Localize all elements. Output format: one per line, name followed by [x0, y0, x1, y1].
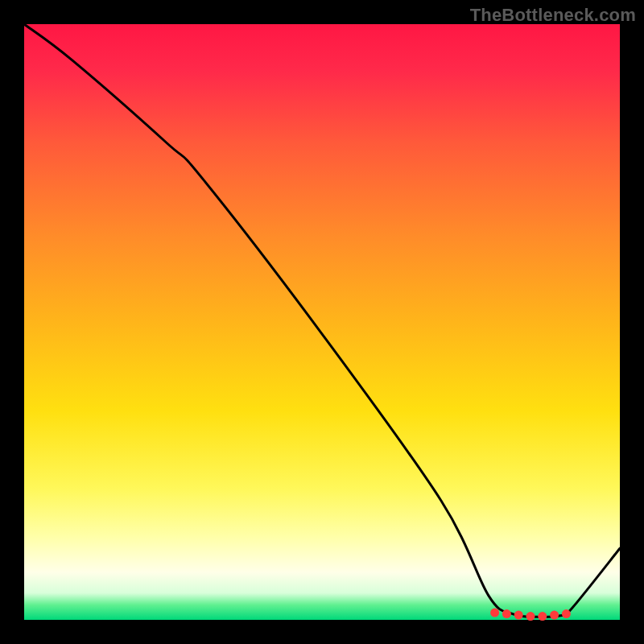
chart-container: TheBottleneck.com: [0, 0, 644, 644]
marker-point: [550, 611, 559, 620]
watermark-text: TheBottleneck.com: [470, 5, 636, 26]
marker-point: [538, 612, 547, 621]
marker-point: [490, 609, 499, 617]
marker-point: [514, 611, 523, 620]
marker-point: [526, 612, 535, 621]
chart-svg: [0, 0, 644, 644]
plot-background: [24, 24, 620, 620]
marker-point: [562, 609, 571, 618]
marker-point: [502, 609, 511, 618]
